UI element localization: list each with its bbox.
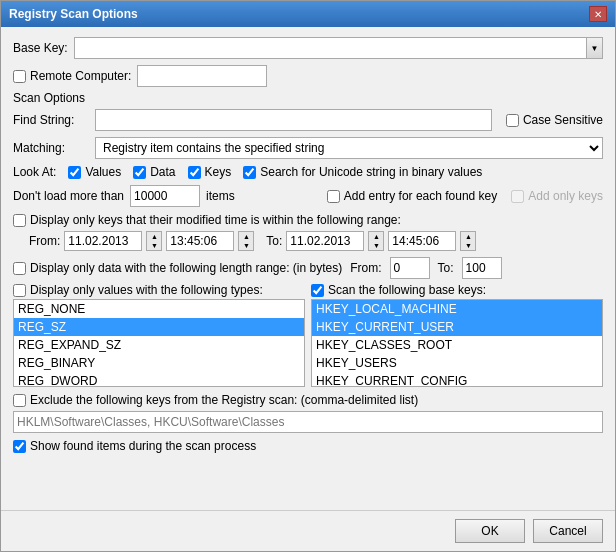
base-key-label: Base Key:	[13, 41, 68, 55]
from-date-input[interactable]	[64, 231, 142, 251]
remote-computer-row: Remote Computer:	[13, 65, 603, 87]
dialog-content: Base Key: ▼ Remote Computer: Scan Option…	[1, 27, 615, 510]
look-at-label: Look At:	[13, 165, 56, 179]
dialog: Registry Scan Options ✕ Base Key: ▼ Remo…	[0, 0, 616, 552]
exclude-checkbox[interactable]	[13, 394, 26, 407]
remote-computer-checkbox[interactable]	[13, 70, 26, 83]
from-date-spin-up[interactable]: ▲	[147, 232, 161, 241]
dont-load-input[interactable]	[130, 185, 200, 207]
value-types-list[interactable]: REG_NONE REG_SZ REG_EXPAND_SZ REG_BINARY…	[13, 299, 305, 387]
dont-load-row: Don't load more than items Add entry for…	[13, 185, 603, 207]
list-item[interactable]: REG_NONE	[14, 300, 304, 318]
to-date-spin-up[interactable]: ▲	[369, 232, 383, 241]
add-entry-checkbox[interactable]	[327, 190, 340, 203]
find-string-input[interactable]	[95, 109, 492, 131]
values-checkbox[interactable]	[68, 166, 81, 179]
to-time-input[interactable]	[388, 231, 456, 251]
keys-checkbox-label[interactable]: Keys	[188, 165, 232, 179]
from-label: From:	[29, 234, 60, 248]
exclude-checkbox-label[interactable]: Exclude the following keys from the Regi…	[13, 393, 603, 407]
exclude-row: Exclude the following keys from the Regi…	[13, 393, 603, 407]
exclude-input[interactable]	[13, 411, 603, 433]
base-keys-col: Scan the following base keys: HKEY_LOCAL…	[311, 283, 603, 387]
to-date-spin-down[interactable]: ▼	[369, 241, 383, 250]
items-label: items	[206, 189, 235, 203]
from-time-input[interactable]	[166, 231, 234, 251]
base-keys-list[interactable]: HKEY_LOCAL_MACHINE HKEY_CURRENT_USER HKE…	[311, 299, 603, 387]
display-modified-checkbox-label[interactable]: Display only keys that their modified ti…	[13, 213, 603, 227]
scan-base-keys-checkbox-label[interactable]: Scan the following base keys:	[311, 283, 603, 297]
length-from-input[interactable]	[390, 257, 430, 279]
list-item[interactable]: REG_EXPAND_SZ	[14, 336, 304, 354]
display-modified-checkbox[interactable]	[13, 214, 26, 227]
keys-checkbox[interactable]	[188, 166, 201, 179]
matching-row: Matching: Registry item contains the spe…	[13, 137, 603, 159]
list-item[interactable]: HKEY_CLASSES_ROOT	[312, 336, 602, 354]
dont-load-label: Don't load more than	[13, 189, 124, 203]
matching-combo[interactable]: Registry item contains the specified str…	[95, 137, 603, 159]
list-item[interactable]: HKEY_LOCAL_MACHINE	[312, 300, 602, 318]
find-string-label: Find String:	[13, 113, 89, 127]
show-found-row: Show found items during the scan process	[13, 439, 603, 453]
list-item[interactable]: REG_BINARY	[14, 354, 304, 372]
case-sensitive-checkbox[interactable]	[506, 114, 519, 127]
values-checkbox-label[interactable]: Values	[68, 165, 121, 179]
to-date-spin[interactable]: ▲ ▼	[368, 231, 384, 251]
length-from-label: From:	[350, 261, 381, 275]
data-checkbox[interactable]	[133, 166, 146, 179]
two-col-row: Display only values with the following t…	[13, 283, 603, 387]
to-time-spin-up[interactable]: ▲	[461, 232, 475, 241]
to-label: To:	[266, 234, 282, 248]
find-string-row: Find String: Case Sensitive	[13, 109, 603, 131]
ok-button[interactable]: OK	[455, 519, 525, 543]
list-item[interactable]: HKEY_USERS	[312, 354, 602, 372]
list-item[interactable]: REG_SZ	[14, 318, 304, 336]
display-modified-row: Display only keys that their modified ti…	[13, 213, 603, 227]
from-time-spin-up[interactable]: ▲	[239, 232, 253, 241]
from-date-spin[interactable]: ▲ ▼	[146, 231, 162, 251]
scan-options-label: Scan Options	[13, 91, 603, 105]
display-length-checkbox[interactable]	[13, 262, 26, 275]
list-item[interactable]: HKEY_CURRENT_CONFIG	[312, 372, 602, 387]
show-found-checkbox[interactable]	[13, 440, 26, 453]
show-found-checkbox-label[interactable]: Show found items during the scan process	[13, 439, 603, 453]
length-to-input[interactable]	[462, 257, 502, 279]
base-key-row: Base Key: ▼	[13, 37, 603, 59]
to-time-spin-down[interactable]: ▼	[461, 241, 475, 250]
title-bar: Registry Scan Options ✕	[1, 1, 615, 27]
matching-label: Matching:	[13, 141, 89, 155]
case-sensitive-label[interactable]: Case Sensitive	[506, 113, 603, 127]
date-range-row: From: ▲ ▼ ▲ ▼ To: ▲ ▼ ▲ ▼	[13, 231, 603, 251]
bottom-buttons: OK Cancel	[1, 510, 615, 551]
scan-base-keys-checkbox[interactable]	[311, 284, 324, 297]
add-only-keys-label[interactable]: Add only keys	[511, 189, 603, 203]
cancel-button[interactable]: Cancel	[533, 519, 603, 543]
display-values-checkbox-label[interactable]: Display only values with the following t…	[13, 283, 305, 297]
add-entry-label[interactable]: Add entry for each found key	[327, 189, 497, 203]
list-item[interactable]: HKEY_CURRENT_USER	[312, 318, 602, 336]
base-key-dropdown-btn[interactable]: ▼	[587, 37, 603, 59]
display-values-checkbox[interactable]	[13, 284, 26, 297]
base-key-input[interactable]	[74, 37, 587, 59]
length-to-label: To:	[438, 261, 454, 275]
remote-computer-input[interactable]	[137, 65, 267, 87]
from-time-spin-down[interactable]: ▼	[239, 241, 253, 250]
from-date-spin-down[interactable]: ▼	[147, 241, 161, 250]
from-time-spin[interactable]: ▲ ▼	[238, 231, 254, 251]
exclude-input-row	[13, 411, 603, 433]
data-checkbox-label[interactable]: Data	[133, 165, 175, 179]
display-length-row: Display only data with the following len…	[13, 257, 603, 279]
to-time-spin[interactable]: ▲ ▼	[460, 231, 476, 251]
close-button[interactable]: ✕	[589, 6, 607, 22]
to-date-input[interactable]	[286, 231, 364, 251]
value-types-col: Display only values with the following t…	[13, 283, 305, 387]
dialog-title: Registry Scan Options	[9, 7, 138, 21]
remote-computer-checkbox-label[interactable]: Remote Computer:	[13, 69, 131, 83]
list-item[interactable]: REG_DWORD	[14, 372, 304, 387]
unicode-checkbox[interactable]	[243, 166, 256, 179]
add-only-keys-checkbox[interactable]	[511, 190, 524, 203]
look-at-row: Look At: Values Data Keys Search for Uni…	[13, 165, 603, 179]
display-length-checkbox-label[interactable]: Display only data with the following len…	[13, 261, 342, 275]
unicode-checkbox-label[interactable]: Search for Unicode string in binary valu…	[243, 165, 482, 179]
